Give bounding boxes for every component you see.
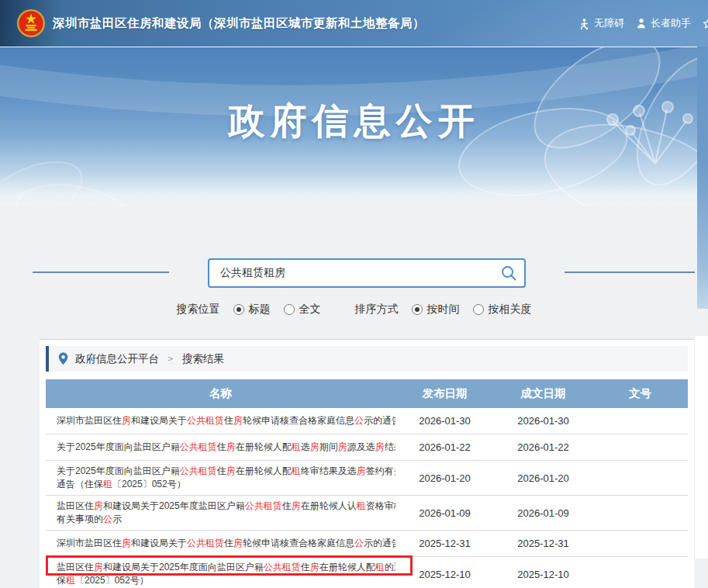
- written-date-cell: 2026-01-09: [494, 507, 592, 519]
- table-row: 关于2025年度面向盐田区户籍公共租赁住房在册轮候人配租选房期间房源及选房结果公…: [46, 434, 688, 461]
- radio-option-byrelevance[interactable]: 按相关度: [473, 303, 532, 316]
- decor-line-left: [33, 272, 169, 273]
- radio-byrelevance[interactable]: [473, 304, 484, 315]
- title-text: 示: [112, 514, 122, 524]
- title-text: 住: [301, 562, 310, 572]
- result-title-link[interactable]: 盐田区住房和建设局关于2025年度面向盐田区户籍公共租赁住房在册轮候人配租的通告…: [46, 559, 395, 588]
- title-text: 和建设局关于2025年度面向盐田区户籍: [103, 562, 264, 572]
- keyword-highlight: 公: [103, 514, 112, 524]
- topbar-links: 无障碍 长者助手 收藏: [578, 0, 708, 47]
- radio-option-fulltext[interactable]: 全文: [284, 303, 321, 316]
- title-text: 终审结果及选: [301, 465, 357, 476]
- site-title: 深圳市盐田区住房和建设局（深圳市盐田区城市更新和土地整备局）: [53, 0, 425, 47]
- title-text: 示的通告: [364, 415, 395, 426]
- title-text: 和建设局关于: [131, 538, 187, 548]
- title-text: 盐田区住: [57, 562, 94, 572]
- title-text: 在册轮候人认: [301, 500, 357, 511]
- keyword-highlight: 公共租赁: [180, 465, 217, 476]
- scope-label: 搜索位置: [177, 303, 220, 316]
- result-title-link[interactable]: 关于2025年度面向盐田区户籍公共租赁住房在册轮候人配租终审结果及选房签约有关事…: [46, 463, 395, 493]
- title-text: 在册轮候人配: [236, 441, 292, 452]
- keyword-highlight: 房: [94, 562, 103, 572]
- written-date-cell: 2025-12-31: [494, 538, 592, 549]
- content-card: 政府信息公开平台 ＞ 搜索结果 名称 发布日期 成文日期 文号 深圳市盐田区住房…: [40, 339, 694, 588]
- publish-date-cell: 2025-12-10: [395, 569, 494, 580]
- keyword-highlight: 房: [338, 441, 347, 452]
- keyword-highlight: 公: [354, 415, 364, 426]
- radio-option-bytime[interactable]: 按时间: [412, 303, 460, 316]
- publish-date-cell: 2026-01-22: [395, 441, 494, 453]
- elder-assist-link[interactable]: 长者助手: [636, 16, 691, 30]
- header-name: 名称: [46, 386, 395, 401]
- title-text: 住: [282, 500, 292, 511]
- keyword-highlight: 公共租赁: [245, 500, 282, 511]
- page-title: 政府信息公开: [0, 97, 708, 146]
- national-emblem-icon: [16, 9, 46, 38]
- radio-fulltext[interactable]: [284, 304, 295, 315]
- title-text: 签约有关事项的: [366, 465, 395, 476]
- keyword-highlight: 公共租赁: [187, 415, 224, 426]
- keyword-highlight: 租: [375, 562, 385, 572]
- publish-date-cell: 2026-01-20: [395, 472, 494, 484]
- results-table: 名称 发布日期 成文日期 文号 深圳市盐田区住房和建设局关于公共租赁住房轮候申请…: [46, 379, 688, 588]
- keyword-highlight: 租: [103, 479, 112, 489]
- search-icon: [500, 265, 517, 282]
- title-text: 结果: [385, 441, 395, 452]
- right-edge-widget-blue: [697, 47, 708, 309]
- table-row: 关于2025年度面向盐田区户籍公共租赁住房在册轮候人配租终审结果及选房签约有关事…: [46, 461, 688, 496]
- written-date-cell: 2026-01-22: [494, 441, 592, 453]
- title-text: 选: [301, 441, 310, 452]
- publish-date-cell: 2025-12-31: [395, 538, 494, 549]
- keyword-highlight: 公共租赁: [187, 538, 224, 548]
- keyword-highlight: 租: [357, 500, 366, 511]
- keyword-highlight: 房: [122, 415, 131, 426]
- written-date-cell: 2026-01-20: [494, 472, 592, 484]
- result-title-link[interactable]: 深圳市盐田区住房和建设局关于公共租赁住房轮候申请核查合格家庭信息公示的通告: [46, 535, 395, 552]
- title-text: 深圳市盐田区住: [57, 415, 122, 426]
- search-input[interactable]: [219, 266, 493, 280]
- search-box: [208, 258, 526, 288]
- title-text: 保: [57, 575, 66, 586]
- radio-title[interactable]: [233, 304, 244, 315]
- favorite-link[interactable]: 收藏: [703, 16, 708, 30]
- elder-assist-icon: [636, 18, 647, 29]
- table-row: 盐田区住房和建设局关于2025年度盐田区户籍公共租赁住房在册轮候人认租资格审核结…: [46, 496, 688, 531]
- result-title-link[interactable]: 盐田区住房和建设局关于2025年度盐田区户籍公共租赁住房在册轮候人认租资格审核结…: [46, 498, 395, 527]
- title-text: 和建设局关于2025年度盐田区户籍: [103, 500, 245, 511]
- radio-option-title[interactable]: 标题: [233, 303, 271, 316]
- keyword-highlight: 租: [66, 575, 75, 586]
- keyword-highlight: 租: [292, 441, 301, 452]
- written-date-cell: 2026-01-30: [494, 415, 592, 427]
- title-text: 源及选: [347, 441, 375, 452]
- title-text: 和建设局关于: [131, 415, 187, 426]
- title-text: 期间: [319, 441, 338, 452]
- title-text: 在册轮候人配: [236, 465, 292, 476]
- written-date-cell: 2025-12-10: [494, 569, 592, 580]
- table-row: 深圳市盐田区住房和建设局关于公共租赁住房轮候申请核查合格家庭信息公示的通告202…: [46, 408, 688, 434]
- result-title-link[interactable]: 深圳市盐田区住房和建设局关于公共租赁住房轮候申请核查合格家庭信息公示的通告: [46, 413, 395, 429]
- result-title-link[interactable]: 关于2025年度面向盐田区户籍公共租赁住房在册轮候人配租选房期间房源及选房结果公…: [46, 439, 395, 455]
- keyword-highlight: 公: [354, 538, 364, 548]
- title-text: 资格审核结果及: [366, 500, 395, 511]
- accessibility-link[interactable]: 无障碍: [578, 16, 624, 30]
- title-text: 关于2025年度面向盐田区户籍: [57, 441, 180, 452]
- radio-bytime[interactable]: [412, 304, 423, 315]
- search-button[interactable]: [493, 260, 524, 286]
- breadcrumb: 政府信息公开平台 ＞ 搜索结果: [46, 346, 688, 372]
- keyword-highlight: 房: [226, 465, 236, 476]
- publish-date-cell: 2026-01-09: [395, 507, 494, 519]
- keyword-highlight: 公共租赁: [180, 441, 217, 452]
- keyword-highlight: 公共租赁: [264, 562, 301, 572]
- publish-date-cell: 2026-01-30: [395, 415, 494, 427]
- title-text: 〔2025〕052号）: [75, 575, 149, 586]
- title-text: 轮候申请核查合格家庭信息: [243, 415, 354, 426]
- keyword-highlight: 房: [357, 465, 366, 476]
- breadcrumb-root-link[interactable]: 政府信息公开平台: [75, 352, 159, 366]
- star-icon: [703, 18, 708, 29]
- title-text: 住: [224, 538, 233, 548]
- keyword-highlight: 房: [94, 500, 103, 511]
- keyword-highlight: 租: [292, 465, 301, 476]
- keyword-highlight: 房: [310, 441, 319, 452]
- title-text: 〔2025〕052号）: [112, 479, 186, 489]
- accessibility-icon: [578, 18, 590, 29]
